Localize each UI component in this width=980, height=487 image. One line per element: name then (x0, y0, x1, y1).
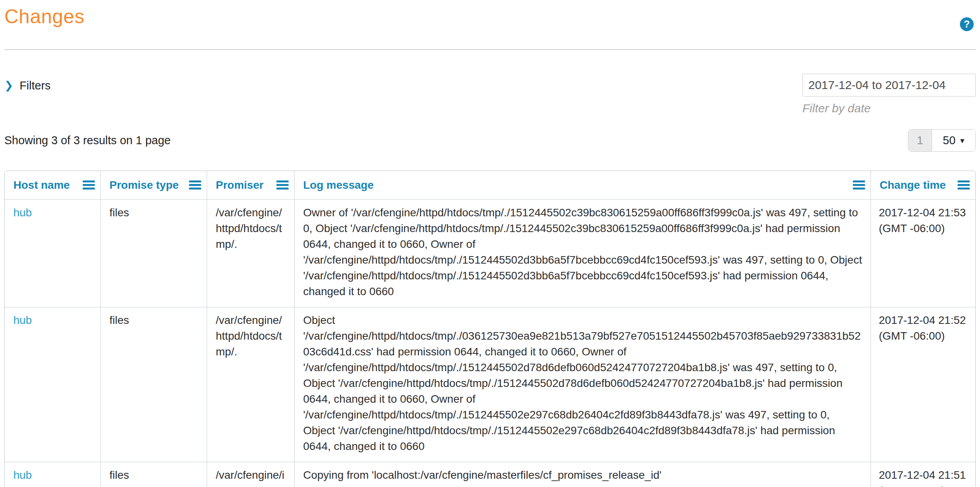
cell-promise-type: files (101, 462, 207, 487)
cell-promiser: /var/cfengine/httpd/htdocs/tmp/. (207, 307, 295, 462)
results-summary: Showing 3 of 3 results on 1 page (4, 134, 170, 147)
header-label: Log message (303, 179, 374, 191)
cell-change-time: 2017-12-04 21:52 (GMT -06:00) (871, 307, 975, 462)
column-menu-icon[interactable] (958, 180, 970, 190)
header-label: Change time (880, 179, 946, 191)
cell-change-time: 2017-12-04 21:51 (GMT -06:00) (871, 462, 975, 487)
cell-promiser: /var/cfengine/inputs (207, 462, 295, 487)
cell-log-message: Copying from 'localhost:/var/cfengine/ma… (295, 462, 871, 487)
chevron-right-icon: ❯ (4, 80, 13, 91)
header-label: Promise type (109, 179, 179, 191)
column-menu-icon[interactable] (83, 180, 95, 190)
page-title: Changes (4, 2, 976, 31)
results-row: Showing 3 of 3 results on 1 page 1 50 ▾ (4, 129, 976, 152)
column-menu-icon[interactable] (189, 180, 201, 190)
filters-toggle[interactable]: ❯ Filters (4, 79, 51, 92)
cell-host-name: hub (5, 462, 101, 487)
title-divider (4, 49, 976, 50)
host-link[interactable]: hub (13, 314, 32, 326)
table-row: hub files /var/cfengine/httpd/htdocs/tmp… (5, 307, 975, 462)
header-promise-type: Promise type (101, 171, 207, 199)
cell-host-name: hub (5, 307, 101, 462)
cell-promiser: /var/cfengine/httpd/htdocs/tmp/. (207, 199, 295, 307)
column-menu-icon[interactable] (276, 180, 289, 190)
date-filter-hint: Filter by date (802, 102, 976, 115)
date-filter: Filter by date (802, 74, 976, 115)
cell-log-message: Owner of '/var/cfengine/httpd/htdocs/tmp… (295, 199, 871, 307)
help-icon[interactable]: ? (960, 17, 974, 31)
header-promiser: Promiser (207, 171, 295, 199)
cell-host-name: hub (5, 199, 101, 307)
changes-page: Changes ? ❯ Filters Filter by date Showi… (0, 2, 980, 487)
page-number-button[interactable]: 1 (908, 130, 932, 151)
filters-label: Filters (20, 79, 51, 92)
header-row: Host name Promise type Promiser (5, 171, 975, 199)
filters-row: ❯ Filters Filter by date (4, 74, 976, 115)
changes-table: Host name Promise type Promiser (5, 171, 975, 487)
column-menu-icon[interactable] (853, 180, 865, 190)
table-row: hub files /var/cfengine/inputs Copying f… (5, 462, 975, 487)
caret-down-icon: ▾ (960, 136, 965, 145)
host-link[interactable]: hub (13, 206, 32, 219)
header-label: Host name (13, 179, 70, 191)
cell-promise-type: files (101, 199, 207, 307)
header-host-name: Host name (5, 171, 101, 199)
changes-table-wrap: Host name Promise type Promiser (4, 171, 976, 487)
header-label: Promiser (216, 179, 263, 191)
host-link[interactable]: hub (13, 469, 32, 481)
header-log-message: Log message (295, 171, 871, 199)
pagination: 1 50 ▾ (908, 129, 976, 152)
table-row: hub files /var/cfengine/httpd/htdocs/tmp… (5, 199, 975, 307)
cell-promise-type: files (101, 307, 207, 462)
page-size-value: 50 (943, 134, 956, 147)
header-change-time: Change time (871, 171, 975, 199)
date-range-input[interactable] (802, 74, 976, 97)
cell-log-message: Object '/var/cfengine/httpd/htdocs/tmp/.… (295, 307, 871, 462)
cell-change-time: 2017-12-04 21:53 (GMT -06:00) (871, 199, 975, 307)
page-size-dropdown[interactable]: 50 ▾ (932, 130, 975, 151)
